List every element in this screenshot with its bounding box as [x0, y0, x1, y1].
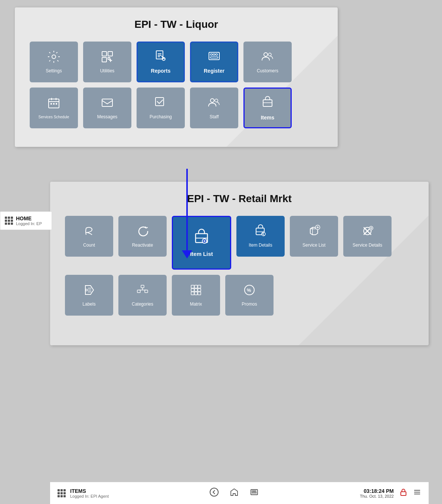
- svg-rect-66: [191, 292, 194, 295]
- svg-point-71: [210, 488, 218, 496]
- tile-register[interactable]: Register: [190, 42, 238, 82]
- svg-rect-77: [401, 492, 406, 495]
- tile-customers[interactable]: Customers: [243, 42, 292, 82]
- services-schedule-icon: [47, 96, 60, 112]
- settings-label: Settings: [46, 68, 62, 74]
- svg-rect-11: [210, 54, 212, 55]
- service-list-label: Service List: [302, 243, 325, 248]
- retail-panel: EPI - TW - Retail Mrkt Count: [50, 182, 429, 345]
- tile-count[interactable]: Count: [65, 216, 113, 257]
- svg-rect-14: [210, 57, 218, 58]
- svg-rect-60: [191, 285, 194, 288]
- svg-point-50: [86, 289, 88, 291]
- bottom-logged-in: Logged In: EPI Agent: [70, 494, 109, 498]
- customers-label: Customers: [257, 68, 278, 74]
- register-button[interactable]: [250, 488, 259, 498]
- svg-rect-55: [137, 290, 140, 293]
- reports-label: Reports: [151, 67, 171, 74]
- register-label: Register: [204, 67, 225, 74]
- categories-label: Categories: [132, 302, 153, 307]
- svg-rect-76: [252, 493, 256, 493]
- tile-purchasing[interactable]: Purchasing: [137, 88, 185, 128]
- sidebar-section-title: HOME: [16, 215, 42, 221]
- tile-item-details[interactable]: Item Details: [236, 216, 285, 257]
- tile-settings[interactable]: Settings: [30, 42, 78, 82]
- promos-label: Promos: [242, 302, 257, 307]
- tile-services-schedule[interactable]: Services Schedule: [30, 88, 78, 128]
- liquor-menu-grid: Settings Utilities: [30, 42, 323, 128]
- tile-messages[interactable]: Messages: [83, 88, 131, 128]
- staff-icon: [207, 96, 221, 111]
- svg-rect-67: [194, 292, 197, 295]
- lock-icon[interactable]: [399, 488, 407, 498]
- tile-categories[interactable]: Categories: [118, 275, 167, 316]
- liquor-panel: EPI - TW - Liquor Settings: [15, 7, 338, 147]
- tile-labels[interactable]: Labels: [65, 275, 113, 316]
- tile-service-details[interactable]: Service Details: [343, 216, 392, 257]
- svg-rect-4: [102, 57, 107, 62]
- items-icon: [260, 95, 275, 111]
- service-details-label: Service Details: [353, 243, 382, 248]
- svg-rect-73: [252, 491, 253, 492]
- arrow: [182, 169, 192, 258]
- svg-rect-3: [108, 52, 112, 56]
- bottom-grid-icon[interactable]: [58, 489, 66, 497]
- labels-label: Labels: [82, 302, 95, 307]
- customers-icon: [261, 50, 274, 65]
- home-button[interactable]: [230, 488, 239, 498]
- tile-service-list[interactable]: Service List: [290, 216, 338, 257]
- item-list-label: Item List: [190, 250, 213, 258]
- hamburger-menu[interactable]: [413, 488, 421, 498]
- tile-utilities[interactable]: Utilities: [83, 42, 131, 82]
- reactivate-label: Reactivate: [132, 243, 153, 248]
- tile-items[interactable]: Items: [243, 88, 292, 128]
- sidebar-home[interactable]: HOME Logged In: EP: [0, 211, 52, 230]
- tile-reactivate[interactable]: Reactivate: [118, 216, 167, 257]
- matrix-label: Matrix: [190, 302, 202, 307]
- utilities-label: Utilities: [100, 68, 115, 74]
- sidebar-logged-in: Logged In: EP: [16, 221, 42, 226]
- tile-matrix[interactable]: Matrix: [172, 275, 220, 316]
- count-label: Count: [83, 243, 95, 248]
- svg-rect-63: [191, 289, 194, 291]
- svg-point-26: [210, 99, 214, 102]
- svg-rect-68: [198, 292, 201, 295]
- settings-icon: [47, 50, 60, 65]
- svg-rect-2: [102, 52, 107, 56]
- labels-icon: [82, 283, 96, 299]
- svg-rect-72: [251, 490, 258, 495]
- reactivate-icon: [136, 224, 149, 240]
- tile-staff[interactable]: Staff: [190, 88, 238, 128]
- svg-rect-28: [263, 100, 272, 106]
- svg-point-16: [268, 53, 271, 56]
- svg-rect-23: [56, 103, 57, 105]
- svg-rect-13: [216, 54, 217, 55]
- svg-rect-75: [255, 491, 256, 492]
- promos-icon: %: [243, 283, 256, 299]
- back-button[interactable]: [210, 488, 219, 498]
- tile-reports[interactable]: Reports: [137, 42, 185, 82]
- item-list-icon: [193, 228, 210, 247]
- messages-label: Messages: [97, 114, 118, 120]
- svg-point-27: [215, 99, 218, 102]
- current-time: 03:18:24 PM: [360, 488, 394, 494]
- item-details-label: Item Details: [249, 243, 272, 248]
- svg-rect-22: [53, 103, 55, 105]
- bottom-bar: ITEMS Logged In: EPI Agent: [50, 482, 429, 504]
- messages-icon: [101, 96, 114, 111]
- bottom-section-title: ITEMS: [70, 488, 109, 494]
- tile-promos[interactable]: % Promos: [225, 275, 274, 316]
- retail-menu-grid: Count Reactivate: [65, 216, 414, 316]
- reports-icon: [154, 49, 167, 65]
- svg-rect-21: [50, 103, 52, 105]
- bottom-nav: [210, 488, 259, 498]
- utilities-icon: [101, 50, 114, 65]
- bottom-bar-right: 03:18:24 PM Thu. Oct. 13, 2022: [360, 488, 421, 498]
- svg-point-15: [264, 53, 268, 56]
- item-details-icon: [254, 224, 267, 240]
- current-date: Thu. Oct. 13, 2022: [360, 494, 394, 498]
- grid-icon: [5, 217, 13, 225]
- purchasing-label: Purchasing: [150, 114, 172, 120]
- svg-text:%: %: [247, 287, 251, 293]
- tile-item-list[interactable]: Item List: [172, 216, 231, 270]
